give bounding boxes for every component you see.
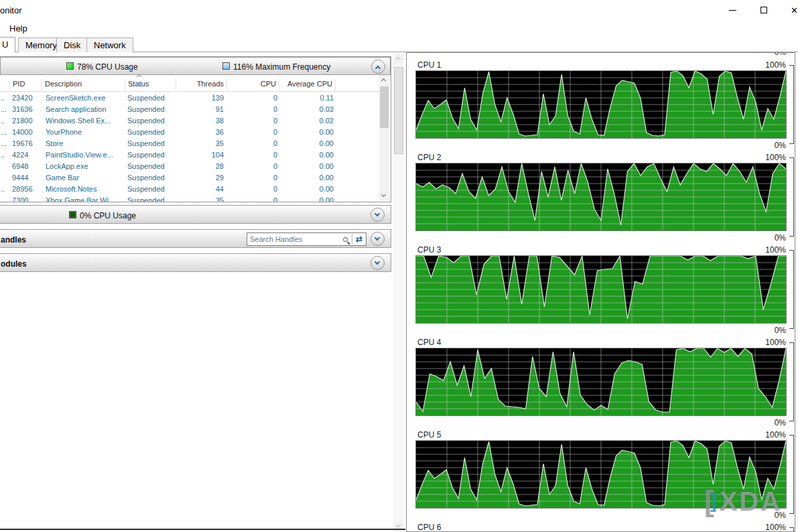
table-scrollbar[interactable]: [379, 75, 389, 200]
table-cell: Suspended: [127, 151, 176, 159]
handles-section-header[interactable]: andles ⇄: [0, 229, 391, 248]
expand-services-button[interactable]: [371, 208, 385, 222]
refresh-icon: ⇄: [356, 235, 362, 244]
table-row[interactable]: ...14000YourPhoneSuspended3600.00: [0, 127, 379, 138]
table-row[interactable]: 9444Game BarSuspended2900.00: [0, 172, 379, 184]
table-cell: 0: [226, 185, 277, 193]
cpu-graph-title: CPU 1: [417, 60, 441, 70]
services-cpu-legend-icon: [69, 211, 76, 218]
graph-max-label: 100%: [722, 523, 786, 532]
chevron-down-icon: [381, 192, 386, 197]
cpu-usage-graph: [416, 348, 786, 415]
cpu-graph-title: CPU 3: [417, 245, 441, 255]
table-cell: ..: [1, 151, 9, 159]
tab-network[interactable]: Network: [86, 38, 133, 52]
search-button[interactable]: [338, 233, 352, 245]
table-cell: 6948: [12, 162, 43, 170]
cpu-usage-graph: [416, 163, 786, 230]
table-cell: 31636: [12, 105, 43, 113]
scroll-down-button[interactable]: [379, 190, 389, 200]
cpu-usage-graph: [416, 441, 786, 508]
tab-cpu[interactable]: U: [0, 37, 15, 52]
table-row[interactable]: ...19676StoreSuspended3500.00: [0, 138, 379, 149]
scrollbar-thumb[interactable]: [380, 86, 389, 128]
graph-max-label: 100%: [722, 153, 786, 162]
table-cell: 9444: [12, 174, 43, 182]
table-row[interactable]: 6948LockApp.exeSuspended2800.00: [0, 161, 379, 172]
cpu-graph-title: CPU 5: [417, 430, 441, 440]
modules-section-title: odules: [1, 259, 27, 269]
table-cell: 0: [226, 117, 277, 125]
menu-help[interactable]: Help: [5, 22, 31, 35]
refresh-search-button[interactable]: ⇄: [352, 233, 366, 245]
table-cell: ..: [1, 94, 9, 102]
chevron-down-icon: [375, 259, 380, 265]
table-cell: Suspended: [127, 105, 176, 113]
table-cell: ..: [1, 185, 9, 193]
table-cell: ...: [1, 105, 9, 113]
table-cell: Suspended: [127, 117, 176, 125]
graph-min-label: 0%: [722, 511, 786, 520]
expand-modules-button[interactable]: [371, 256, 385, 270]
table-cell: Suspended: [127, 174, 176, 182]
column-cpu[interactable]: CPU: [226, 79, 279, 92]
expand-handles-button[interactable]: [371, 232, 385, 246]
close-icon: ✕: [791, 6, 798, 15]
column-description[interactable]: Description: [42, 79, 125, 92]
table-cell: ...: [1, 139, 9, 147]
table-cell: 0.00: [279, 151, 334, 159]
table-cell: Game Bar: [46, 174, 125, 182]
column-average-cpu[interactable]: Average CPU: [279, 79, 335, 92]
graph-scale-bracket: [789, 342, 794, 421]
table-cell: Suspended: [127, 185, 176, 193]
table-row[interactable]: 7300Xbox Game Bar Wi...Suspended3500.00: [0, 195, 379, 202]
table-cell: ..: [1, 117, 9, 125]
table-cell: 0: [226, 162, 277, 170]
cpu-graph-title: CPU 6: [417, 523, 441, 532]
scroll-up-button[interactable]: [379, 75, 389, 85]
services-section-header[interactable]: 0% CPU Usage: [0, 205, 391, 224]
table-cell: 0: [226, 174, 277, 182]
table-cell: 0: [226, 196, 277, 202]
table-cell: 0.00: [279, 162, 334, 170]
table-cell: 29: [176, 174, 224, 182]
table-row[interactable]: ..21800Windows Shell Ex...Suspended3800.…: [0, 115, 379, 127]
table-cell: 35: [176, 139, 224, 147]
table-cell: 4224: [12, 151, 43, 159]
table-cell: LockApp.exe: [46, 162, 125, 170]
modules-section-header[interactable]: odules: [0, 253, 391, 272]
table-row[interactable]: ...31636Search applicationSuspended9100.…: [0, 104, 379, 115]
table-row[interactable]: ..28956Microsoft.NotesSuspended4400.00: [0, 184, 379, 195]
cpu-graph-title: CPU 4: [417, 338, 441, 347]
window-title: onitor: [0, 5, 22, 15]
graph-min-label: 0%: [722, 418, 786, 427]
graph-max-label: 100%: [722, 430, 786, 440]
table-cell: 36: [176, 128, 224, 136]
table-cell: 0.00: [279, 174, 334, 182]
cpu-section-header[interactable]: 78% CPU Usage 116% Maximum Frequency: [0, 57, 391, 75]
table-cell: Windows Shell Ex...: [46, 117, 125, 125]
close-button[interactable]: ✕: [779, 0, 798, 20]
graph-max-label: 100%: [722, 338, 786, 347]
maximize-button[interactable]: [748, 0, 779, 20]
table-row[interactable]: ..23420ScreenSketch.exeSuspended13900.11: [0, 92, 379, 104]
table-cell: 0: [226, 128, 277, 136]
column-status[interactable]: Status: [125, 79, 176, 92]
chevron-down-icon: [375, 211, 380, 216]
scrollbar-thumb[interactable]: [394, 67, 403, 154]
column-threads[interactable]: Threads: [176, 79, 226, 92]
max-frequency-legend: 116% Maximum Frequency: [233, 62, 330, 72]
column-pid[interactable]: PID: [9, 79, 42, 92]
scroll-up-button[interactable]: [394, 54, 404, 64]
tab-disk[interactable]: Disk: [56, 38, 88, 52]
search-input[interactable]: [247, 233, 338, 245]
table-cell: PaintStudio.View.e...: [46, 151, 125, 159]
collapse-section-button[interactable]: [371, 60, 385, 74]
sort-ascending-icon: [137, 74, 141, 79]
graph-scale-bracket: [789, 65, 794, 144]
table-row[interactable]: ..4224PaintStudio.View.e...Suspended1040…: [0, 149, 379, 161]
cpu-usage-legend: 78% CPU Usage: [77, 62, 138, 72]
minimize-button[interactable]: [718, 0, 748, 20]
left-pane-scrollbar[interactable]: [393, 52, 404, 532]
table-cell: 23420: [12, 94, 43, 102]
